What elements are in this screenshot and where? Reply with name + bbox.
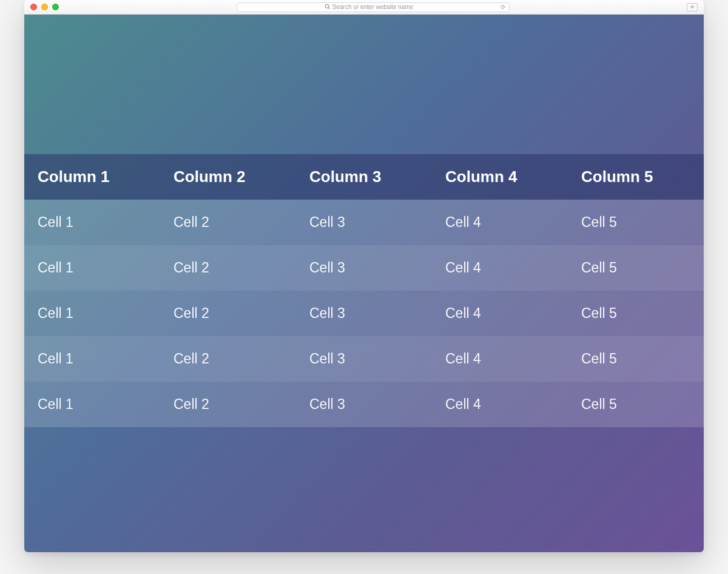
table-cell: Cell 5: [568, 200, 704, 245]
close-icon[interactable]: [30, 4, 37, 10]
table-cell: Cell 1: [24, 291, 160, 336]
table-cell: Cell 3: [296, 200, 432, 245]
column-header: Column 5: [568, 154, 704, 200]
svg-line-1: [328, 7, 330, 9]
table-cell: Cell 5: [568, 245, 704, 291]
table-cell: Cell 2: [160, 245, 296, 291]
table-cell: Cell 3: [296, 245, 432, 291]
table-row: Cell 1 Cell 2 Cell 3 Cell 4 Cell 5: [24, 245, 704, 291]
data-table: Column 1 Column 2 Column 3 Column 4 Colu…: [24, 154, 704, 427]
column-header: Column 3: [296, 154, 432, 200]
table-cell: Cell 5: [568, 336, 704, 382]
table-cell: Cell 4: [432, 200, 568, 245]
window-controls: [30, 4, 59, 10]
search-icon: [325, 4, 331, 11]
table-cell: Cell 4: [432, 336, 568, 382]
table-cell: Cell 3: [296, 382, 432, 427]
table-cell: Cell 2: [160, 336, 296, 382]
column-header: Column 1: [24, 154, 160, 200]
address-placeholder: Search or enter website name: [332, 4, 413, 10]
table-cell: Cell 1: [24, 336, 160, 382]
table-row: Cell 1 Cell 2 Cell 3 Cell 4 Cell 5: [24, 336, 704, 382]
table-row: Cell 1 Cell 2 Cell 3 Cell 4 Cell 5: [24, 382, 704, 427]
table-header-row: Column 1 Column 2 Column 3 Column 4 Colu…: [24, 154, 704, 200]
table-cell: Cell 2: [160, 200, 296, 245]
svg-point-0: [325, 4, 329, 8]
table-cell: Cell 3: [296, 336, 432, 382]
table-cell: Cell 4: [432, 291, 568, 336]
maximize-icon[interactable]: [52, 4, 59, 10]
table-cell: Cell 5: [568, 382, 704, 427]
table-cell: Cell 4: [432, 245, 568, 291]
column-header: Column 4: [432, 154, 568, 200]
titlebar: Search or enter website name ⟳ +: [24, 0, 704, 15]
minimize-icon[interactable]: [41, 4, 48, 10]
table-cell: Cell 1: [24, 382, 160, 427]
page-viewport: Column 1 Column 2 Column 3 Column 4 Colu…: [24, 15, 704, 552]
table-row: Cell 1 Cell 2 Cell 3 Cell 4 Cell 5: [24, 291, 704, 336]
table-cell: Cell 3: [296, 291, 432, 336]
table-cell: Cell 2: [160, 382, 296, 427]
table-cell: Cell 1: [24, 200, 160, 245]
reload-icon[interactable]: ⟳: [500, 4, 505, 10]
table-cell: Cell 5: [568, 291, 704, 336]
table-cell: Cell 1: [24, 245, 160, 291]
address-bar[interactable]: Search or enter website name ⟳: [237, 2, 510, 12]
browser-window: Search or enter website name ⟳ + Column …: [24, 0, 704, 552]
new-tab-button[interactable]: +: [687, 3, 698, 12]
table-cell: Cell 2: [160, 291, 296, 336]
table-row: Cell 1 Cell 2 Cell 3 Cell 4 Cell 5: [24, 200, 704, 245]
column-header: Column 2: [160, 154, 296, 200]
table-cell: Cell 4: [432, 382, 568, 427]
